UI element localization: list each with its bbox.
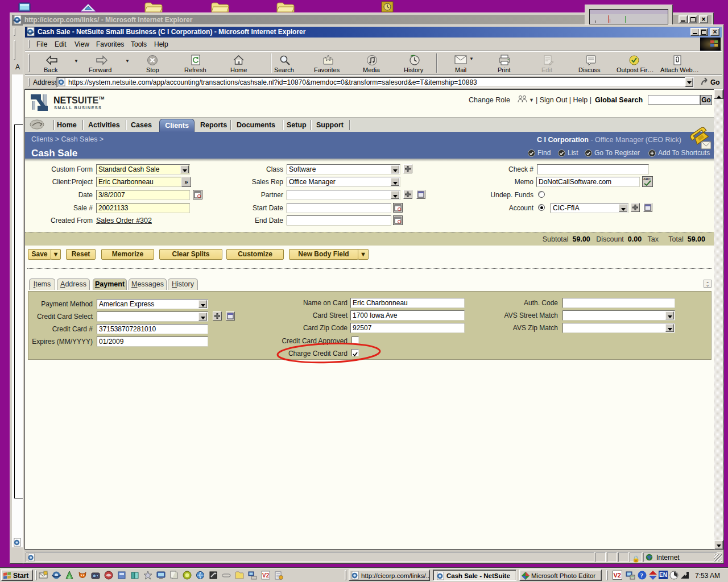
svg-text:ABC: ABC xyxy=(643,177,651,181)
svg-text:?: ? xyxy=(640,572,644,579)
svg-text:V2: V2 xyxy=(614,572,621,579)
svg-text:V2: V2 xyxy=(262,572,270,579)
